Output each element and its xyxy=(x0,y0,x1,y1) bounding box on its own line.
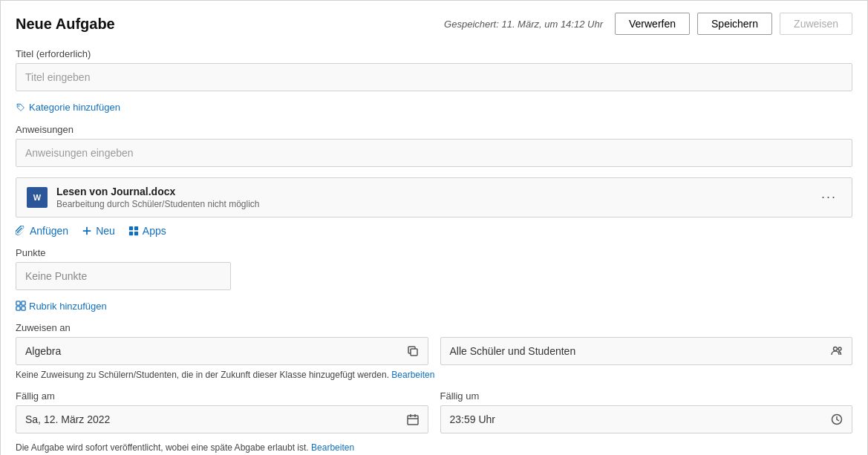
due-date-label: Fällig am xyxy=(16,390,428,402)
apps-icon xyxy=(128,226,139,236)
svg-point-9 xyxy=(834,347,838,351)
attachment-card: W Lesen von Journal.docx Bearbeitung dur… xyxy=(16,177,852,217)
attachment-more-button[interactable]: ··· xyxy=(817,188,841,206)
clock-icon xyxy=(831,413,843,425)
bottom-info: Die Aufgabe wird sofort veröffentlicht, … xyxy=(16,442,852,453)
due-time-col: Fällig um 23:59 Uhr xyxy=(440,390,853,438)
assign-class-value: Algebra xyxy=(25,345,61,357)
title-section: Titel (erforderlich) Titel eingeben xyxy=(16,48,852,91)
svg-rect-5 xyxy=(22,301,25,305)
points-section: Punkte Keine Punkte xyxy=(16,247,852,290)
instructions-input[interactable]: Anweisungen eingeben xyxy=(16,139,852,167)
due-time-label: Fällig um xyxy=(440,390,853,402)
page-title: Neue Aufgabe xyxy=(16,16,115,33)
svg-point-10 xyxy=(838,347,841,350)
people-icon xyxy=(831,345,843,357)
assign-edit-link[interactable]: Bearbeiten xyxy=(391,370,434,380)
due-time-input[interactable]: 23:59 Uhr xyxy=(440,405,853,433)
word-icon: W xyxy=(27,187,48,208)
header: Neue Aufgabe Gespeichert: 11. März, um 1… xyxy=(16,13,852,35)
rubric-icon xyxy=(16,301,26,311)
assign-label: Zuweisen an xyxy=(16,322,852,333)
apps-button[interactable]: Apps xyxy=(128,225,166,237)
title-input[interactable]: Titel eingeben xyxy=(16,63,852,91)
attachment-info: Lesen von Journal.docx Bearbeitung durch… xyxy=(56,186,260,209)
assign-students-col: Alle Schüler und Studenten xyxy=(440,337,853,365)
assign-students-value: Alle Schüler und Studenten xyxy=(450,345,576,357)
plus-icon xyxy=(82,226,92,236)
saved-timestamp: Gespeichert: 11. März, um 14:12 Uhr xyxy=(444,19,603,30)
points-input[interactable]: Keine Punkte xyxy=(16,262,231,290)
add-rubric-link[interactable]: Rubrik hinzufügen xyxy=(16,301,107,312)
assign-class-col: Algebra xyxy=(16,337,428,365)
bottom-edit-link[interactable]: Bearbeiten xyxy=(311,442,354,453)
toolbar-row: Anfügen Neu Apps xyxy=(16,225,852,237)
svg-rect-1 xyxy=(134,226,138,229)
calendar-icon xyxy=(407,413,419,425)
save-button[interactable]: Speichern xyxy=(697,13,772,35)
copy-icon xyxy=(407,345,419,357)
category-row: Kategorie hinzufügen xyxy=(16,102,852,115)
add-category-link[interactable]: Kategorie hinzufügen xyxy=(16,102,120,113)
due-date-value: Sa, 12. März 2022 xyxy=(25,413,110,425)
attachment-left: W Lesen von Journal.docx Bearbeitung dur… xyxy=(27,186,260,209)
svg-rect-6 xyxy=(16,307,20,310)
svg-rect-0 xyxy=(129,226,133,229)
assign-info: Keine Zuweisung zu Schülern/Studenten, d… xyxy=(16,370,852,380)
new-button[interactable]: Neu xyxy=(82,225,115,237)
svg-rect-11 xyxy=(408,416,418,425)
assign-class-input[interactable]: Algebra xyxy=(16,337,428,365)
svg-rect-8 xyxy=(411,349,417,356)
assign-section: Zuweisen an Algebra Alle Schüler und Stu… xyxy=(16,322,852,380)
due-date-col: Fällig am Sa, 12. März 2022 xyxy=(16,390,428,438)
paperclip-icon xyxy=(16,226,26,236)
rubric-row: Rubrik hinzufügen xyxy=(16,301,852,314)
svg-rect-4 xyxy=(16,301,20,305)
title-label: Titel (erforderlich) xyxy=(16,48,852,59)
instructions-section: Anweisungen Anweisungen eingeben xyxy=(16,124,852,167)
points-label: Punkte xyxy=(16,247,852,258)
svg-rect-2 xyxy=(129,231,133,235)
discard-button[interactable]: Verwerfen xyxy=(615,13,690,35)
instructions-label: Anweisungen xyxy=(16,124,852,135)
svg-rect-3 xyxy=(134,231,138,235)
tag-icon xyxy=(16,102,26,113)
assign-students-input[interactable]: Alle Schüler und Studenten xyxy=(440,337,853,365)
due-section: Fällig am Sa, 12. März 2022 Fällig um 23… xyxy=(16,390,852,438)
attachment-subtitle: Bearbeitung durch Schüler/Studenten nich… xyxy=(56,199,260,209)
due-date-input[interactable]: Sa, 12. März 2022 xyxy=(16,405,428,433)
header-actions: Gespeichert: 11. März, um 14:12 Uhr Verw… xyxy=(444,13,852,35)
attach-button[interactable]: Anfügen xyxy=(16,225,68,237)
attachment-filename: Lesen von Journal.docx xyxy=(56,186,260,197)
assign-cols: Algebra Alle Schüler und Studenten xyxy=(16,337,852,365)
due-time-value: 23:59 Uhr xyxy=(450,413,495,425)
assign-button: Zuweisen xyxy=(780,13,852,35)
svg-rect-7 xyxy=(22,307,25,310)
page-container: Neue Aufgabe Gespeichert: 11. März, um 1… xyxy=(0,0,868,455)
